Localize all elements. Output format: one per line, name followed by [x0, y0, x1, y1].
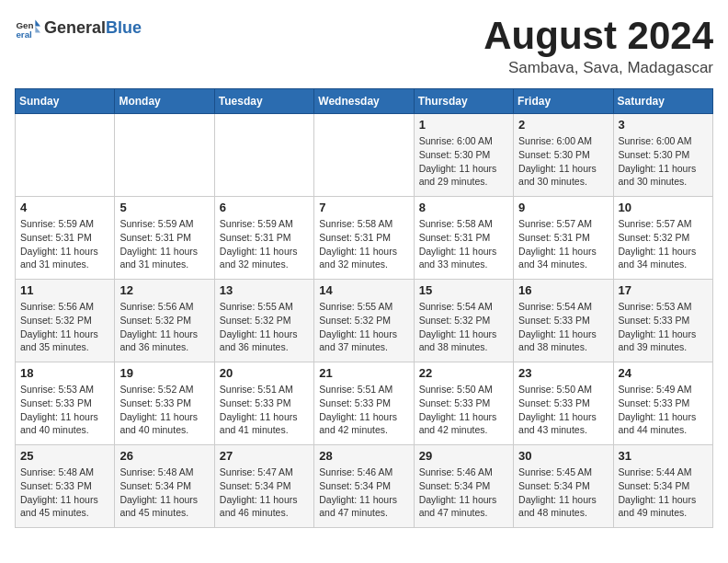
calendar-cell: 29Sunrise: 5:46 AMSunset: 5:34 PMDayligh…	[414, 445, 513, 528]
calendar-cell: 1Sunrise: 6:00 AMSunset: 5:30 PMDaylight…	[414, 114, 513, 197]
day-number: 9	[518, 201, 608, 214]
day-info: Sunrise: 5:50 AMSunset: 5:33 PMDaylight:…	[419, 383, 508, 437]
calendar-cell	[115, 114, 214, 197]
calendar-cell	[214, 114, 313, 197]
day-number: 24	[619, 366, 708, 380]
day-info: Sunrise: 5:49 AMSunset: 5:33 PMDaylight:…	[619, 383, 708, 437]
title-area: August 2024 Sambava, Sava, Madagascar	[483, 15, 713, 77]
calendar-cell: 20Sunrise: 5:51 AMSunset: 5:33 PMDayligh…	[214, 362, 313, 445]
calendar-cell: 30Sunrise: 5:45 AMSunset: 5:34 PMDayligh…	[514, 445, 613, 528]
weekday-header-row: SundayMondayTuesdayWednesdayThursdayFrid…	[16, 89, 713, 114]
day-number: 23	[518, 366, 608, 380]
day-info: Sunrise: 5:58 AMSunset: 5:31 PMDaylight:…	[419, 217, 508, 271]
calendar-cell: 18Sunrise: 5:53 AMSunset: 5:33 PMDayligh…	[16, 362, 115, 445]
calendar-cell: 23Sunrise: 5:50 AMSunset: 5:33 PMDayligh…	[514, 362, 613, 445]
day-info: Sunrise: 5:47 AMSunset: 5:34 PMDaylight:…	[220, 465, 309, 520]
weekday-header-wednesday: Wednesday	[314, 89, 414, 114]
day-number: 14	[319, 283, 408, 297]
day-info: Sunrise: 5:45 AMSunset: 5:34 PMDaylight:…	[518, 465, 608, 520]
day-info: Sunrise: 5:59 AMSunset: 5:31 PMDaylight:…	[119, 217, 209, 271]
calendar-cell: 24Sunrise: 5:49 AMSunset: 5:33 PMDayligh…	[613, 362, 712, 445]
day-number: 26	[119, 449, 209, 463]
page-header: Gen eral General Blue August 2024 Sambav…	[15, 15, 713, 77]
day-info: Sunrise: 6:00 AMSunset: 5:30 PMDaylight:…	[619, 134, 708, 189]
calendar-cell: 2Sunrise: 6:00 AMSunset: 5:30 PMDaylight…	[514, 114, 613, 197]
calendar-cell: 4Sunrise: 5:59 AMSunset: 5:31 PMDaylight…	[16, 197, 115, 280]
day-info: Sunrise: 5:53 AMSunset: 5:33 PMDaylight:…	[20, 383, 109, 437]
day-number: 12	[119, 283, 209, 297]
day-number: 6	[220, 201, 309, 214]
day-number: 13	[220, 283, 309, 297]
calendar: SundayMondayTuesdayWednesdayThursdayFrid…	[15, 88, 713, 528]
day-number: 19	[119, 366, 209, 380]
calendar-cell: 14Sunrise: 5:55 AMSunset: 5:32 PMDayligh…	[314, 280, 414, 362]
day-info: Sunrise: 5:57 AMSunset: 5:31 PMDaylight:…	[518, 217, 608, 271]
day-number: 2	[518, 118, 608, 132]
day-number: 10	[619, 201, 708, 214]
weekday-header-monday: Monday	[115, 89, 214, 114]
day-info: Sunrise: 5:55 AMSunset: 5:32 PMDaylight:…	[319, 300, 408, 354]
day-info: Sunrise: 5:55 AMSunset: 5:32 PMDaylight:…	[220, 300, 309, 354]
day-number: 8	[419, 201, 508, 214]
day-info: Sunrise: 5:46 AMSunset: 5:34 PMDaylight:…	[419, 465, 508, 520]
calendar-cell: 28Sunrise: 5:46 AMSunset: 5:34 PMDayligh…	[314, 445, 414, 528]
week-row-2: 4Sunrise: 5:59 AMSunset: 5:31 PMDaylight…	[16, 197, 713, 280]
day-number: 18	[20, 366, 109, 380]
day-info: Sunrise: 5:52 AMSunset: 5:33 PMDaylight:…	[119, 383, 209, 437]
day-number: 1	[419, 118, 508, 132]
day-number: 22	[419, 366, 508, 380]
day-number: 7	[319, 201, 408, 214]
logo: Gen eral General Blue	[15, 15, 142, 40]
day-info: Sunrise: 5:56 AMSunset: 5:32 PMDaylight:…	[119, 300, 209, 354]
day-number: 29	[419, 449, 508, 463]
calendar-cell: 17Sunrise: 5:53 AMSunset: 5:33 PMDayligh…	[613, 280, 712, 362]
calendar-cell: 25Sunrise: 5:48 AMSunset: 5:33 PMDayligh…	[16, 445, 115, 528]
week-row-3: 11Sunrise: 5:56 AMSunset: 5:32 PMDayligh…	[16, 280, 713, 362]
weekday-header-friday: Friday	[514, 89, 613, 114]
calendar-cell: 19Sunrise: 5:52 AMSunset: 5:33 PMDayligh…	[115, 362, 214, 445]
day-info: Sunrise: 5:59 AMSunset: 5:31 PMDaylight:…	[220, 217, 309, 271]
calendar-cell: 5Sunrise: 5:59 AMSunset: 5:31 PMDaylight…	[115, 197, 214, 280]
logo-blue: Blue	[106, 18, 142, 38]
day-info: Sunrise: 5:59 AMSunset: 5:31 PMDaylight:…	[20, 217, 109, 271]
week-row-1: 1Sunrise: 6:00 AMSunset: 5:30 PMDaylight…	[16, 114, 713, 197]
calendar-cell: 9Sunrise: 5:57 AMSunset: 5:31 PMDaylight…	[514, 197, 613, 280]
calendar-cell: 26Sunrise: 5:48 AMSunset: 5:34 PMDayligh…	[115, 445, 214, 528]
day-number: 25	[20, 449, 109, 463]
svg-marker-2	[35, 20, 40, 27]
day-number: 11	[20, 283, 109, 297]
day-number: 20	[220, 366, 309, 380]
day-info: Sunrise: 5:48 AMSunset: 5:34 PMDaylight:…	[119, 465, 209, 520]
day-info: Sunrise: 5:53 AMSunset: 5:33 PMDaylight:…	[619, 300, 708, 354]
weekday-header-saturday: Saturday	[613, 89, 712, 114]
calendar-cell: 11Sunrise: 5:56 AMSunset: 5:32 PMDayligh…	[16, 280, 115, 362]
svg-marker-3	[35, 27, 40, 33]
calendar-cell: 8Sunrise: 5:58 AMSunset: 5:31 PMDaylight…	[414, 197, 513, 280]
day-info: Sunrise: 5:54 AMSunset: 5:32 PMDaylight:…	[419, 300, 508, 354]
day-info: Sunrise: 6:00 AMSunset: 5:30 PMDaylight:…	[518, 134, 608, 189]
day-info: Sunrise: 5:57 AMSunset: 5:32 PMDaylight:…	[619, 217, 708, 271]
day-number: 28	[319, 449, 408, 463]
calendar-cell: 3Sunrise: 6:00 AMSunset: 5:30 PMDaylight…	[613, 114, 712, 197]
day-info: Sunrise: 6:00 AMSunset: 5:30 PMDaylight:…	[419, 134, 508, 189]
weekday-header-thursday: Thursday	[414, 89, 513, 114]
calendar-cell: 6Sunrise: 5:59 AMSunset: 5:31 PMDaylight…	[214, 197, 313, 280]
day-info: Sunrise: 5:54 AMSunset: 5:33 PMDaylight:…	[518, 300, 608, 354]
day-number: 4	[20, 201, 109, 214]
svg-text:eral: eral	[16, 29, 32, 40]
calendar-cell	[314, 114, 414, 197]
day-number: 30	[518, 449, 608, 463]
day-number: 27	[220, 449, 309, 463]
calendar-cell: 21Sunrise: 5:51 AMSunset: 5:33 PMDayligh…	[314, 362, 414, 445]
day-info: Sunrise: 5:51 AMSunset: 5:33 PMDaylight:…	[220, 383, 309, 437]
day-info: Sunrise: 5:44 AMSunset: 5:34 PMDaylight:…	[619, 465, 708, 520]
day-number: 5	[119, 201, 209, 214]
calendar-cell: 27Sunrise: 5:47 AMSunset: 5:34 PMDayligh…	[214, 445, 313, 528]
logo-general: General	[44, 18, 106, 38]
weekday-header-tuesday: Tuesday	[214, 89, 313, 114]
logo-text: General Blue	[44, 18, 142, 38]
day-info: Sunrise: 5:51 AMSunset: 5:33 PMDaylight:…	[319, 383, 408, 437]
calendar-cell: 12Sunrise: 5:56 AMSunset: 5:32 PMDayligh…	[115, 280, 214, 362]
weekday-header-sunday: Sunday	[16, 89, 115, 114]
calendar-cell: 16Sunrise: 5:54 AMSunset: 5:33 PMDayligh…	[514, 280, 613, 362]
